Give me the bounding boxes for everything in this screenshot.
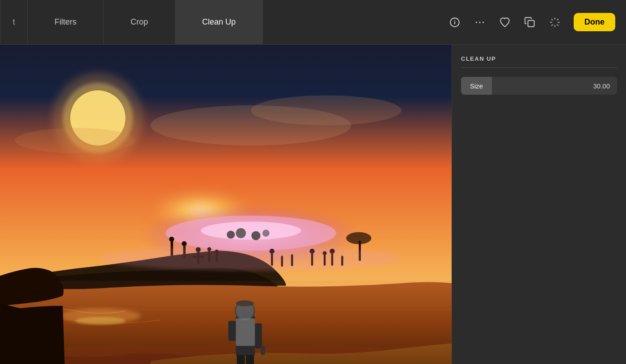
favorite-button[interactable] — [495, 13, 515, 32]
info-button[interactable] — [445, 13, 465, 32]
heart-icon — [499, 17, 511, 28]
svg-point-3 — [476, 21, 477, 23]
svg-point-54 — [75, 317, 125, 325]
svg-point-4 — [479, 21, 480, 23]
panel-title: CLEAN UP — [461, 55, 617, 62]
tab-adjust[interactable]: t — [0, 0, 28, 44]
info-icon — [449, 17, 461, 28]
beach-photo — [0, 45, 452, 364]
svg-point-25 — [201, 222, 301, 239]
svg-rect-67 — [261, 346, 265, 355]
toolbar-right: Done — [445, 13, 626, 32]
svg-point-52 — [100, 246, 401, 271]
svg-point-2 — [454, 20, 455, 21]
svg-line-12 — [557, 24, 558, 25]
svg-point-29 — [262, 230, 270, 237]
panel-divider — [461, 67, 617, 68]
svg-point-33 — [182, 241, 186, 246]
size-control[interactable]: Size 30.00 — [461, 77, 617, 95]
svg-rect-6 — [528, 20, 534, 26]
svg-point-40 — [346, 232, 371, 244]
svg-rect-61 — [255, 323, 262, 348]
svg-point-28 — [251, 231, 260, 240]
svg-line-11 — [551, 19, 553, 20]
svg-point-22 — [15, 128, 135, 153]
svg-point-31 — [169, 237, 174, 242]
size-label: Size — [461, 77, 492, 95]
svg-line-13 — [557, 19, 558, 20]
svg-rect-60 — [228, 321, 237, 341]
magic-button[interactable] — [545, 13, 565, 32]
more-button[interactable] — [470, 13, 490, 32]
size-value: 30.00 — [492, 82, 617, 90]
right-panel: CLEAN UP Size 30.00 — [452, 45, 626, 364]
svg-line-14 — [551, 24, 553, 25]
more-icon — [474, 17, 486, 28]
toolbar: t Filters Crop Clean Up — [0, 0, 626, 45]
tab-filters[interactable]: Filters — [28, 0, 104, 44]
sparkle-icon — [549, 17, 561, 28]
svg-rect-68 — [0, 281, 452, 311]
done-button[interactable]: Done — [574, 13, 615, 31]
copy-button[interactable] — [520, 13, 540, 32]
svg-point-5 — [482, 21, 484, 23]
copy-icon — [524, 17, 536, 28]
svg-rect-62 — [237, 355, 245, 364]
image-area — [0, 45, 452, 364]
svg-point-21 — [251, 95, 402, 125]
main-content: CLEAN UP Size 30.00 — [0, 45, 626, 364]
svg-rect-64 — [236, 318, 255, 346]
tab-crop[interactable]: Crop — [104, 0, 175, 44]
tab-cleanup[interactable]: Clean Up — [175, 0, 263, 44]
svg-point-27 — [236, 228, 245, 238]
toolbar-tabs: t Filters Crop Clean Up — [0, 0, 445, 44]
svg-rect-63 — [246, 355, 254, 364]
svg-point-26 — [227, 230, 235, 238]
